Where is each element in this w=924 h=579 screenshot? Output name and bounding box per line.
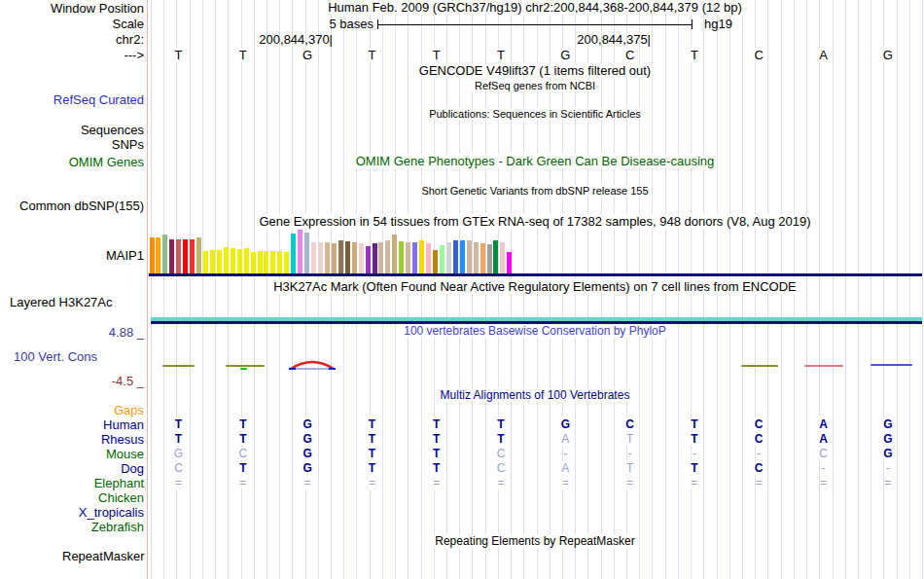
gtex-bar[interactable] bbox=[366, 246, 371, 273]
gtex-bar[interactable] bbox=[277, 251, 282, 273]
gtex-bar[interactable] bbox=[251, 252, 256, 273]
track-label-common-dbsnp[interactable]: Common dbSNP(155) bbox=[19, 199, 144, 212]
alignment-base: = bbox=[598, 477, 662, 489]
gtex-bar[interactable] bbox=[162, 235, 167, 273]
gencode-track-title[interactable]: GENCODE V49lift37 (1 items filtered out) bbox=[151, 64, 919, 77]
alignment-base: C bbox=[211, 448, 275, 460]
gtex-bar[interactable] bbox=[373, 243, 377, 273]
dbsnp-track-title[interactable]: Short Genetic Variants from dbSNP releas… bbox=[151, 185, 919, 198]
gtex-bar[interactable] bbox=[231, 248, 235, 273]
gtex-bar[interactable] bbox=[352, 242, 357, 273]
gtex-bar[interactable] bbox=[284, 252, 289, 273]
gtex-bar[interactable] bbox=[224, 247, 229, 273]
alignment-label-mouse[interactable]: Mouse bbox=[106, 448, 144, 460]
gtex-bar[interactable] bbox=[487, 244, 492, 273]
gtex-bar[interactable] bbox=[150, 237, 155, 273]
gtex-bar[interactable] bbox=[325, 242, 330, 273]
gtex-bar[interactable] bbox=[338, 240, 343, 273]
track-label-sequences[interactable]: Sequences bbox=[81, 124, 144, 136]
gtex-bar[interactable] bbox=[304, 233, 309, 273]
gtex-track-title[interactable]: Gene Expression in 54 tissues from GTEx … bbox=[151, 215, 919, 228]
alignment-base: = bbox=[147, 477, 211, 489]
gtex-bar[interactable] bbox=[196, 237, 201, 273]
alignment-base: T bbox=[339, 433, 404, 446]
alignment-label-rhesus[interactable]: Rhesus bbox=[101, 433, 144, 446]
gtex-bar[interactable] bbox=[399, 241, 404, 273]
track-label-repeatmasker[interactable]: RepeatMasker bbox=[62, 550, 145, 562]
alignment-base: C bbox=[469, 448, 533, 460]
gtex-bar[interactable] bbox=[291, 234, 296, 273]
assembly-label: hg19 bbox=[704, 18, 732, 30]
gtex-bar[interactable] bbox=[156, 237, 160, 273]
alignment-base: G bbox=[856, 418, 920, 431]
gtex-bar[interactable] bbox=[480, 243, 485, 273]
gtex-bar[interactable] bbox=[244, 248, 249, 273]
gtex-bar[interactable] bbox=[359, 243, 364, 273]
track-label-omim-genes[interactable]: OMIM Genes bbox=[69, 156, 144, 168]
gtex-bar[interactable] bbox=[412, 242, 417, 273]
gene-label-maip1[interactable]: MAIP1 bbox=[106, 249, 144, 262]
gtex-bar[interactable] bbox=[176, 239, 181, 273]
gtex-bar[interactable] bbox=[385, 240, 390, 273]
track-label-100-vert-cons[interactable]: 100 Vert. Cons bbox=[14, 350, 97, 363]
alignment-base: = bbox=[339, 477, 404, 489]
label-window-position: Window Position bbox=[51, 2, 144, 15]
gtex-bar[interactable] bbox=[378, 242, 383, 273]
gtex-bar[interactable] bbox=[433, 250, 438, 273]
track-label-layered-h3k27ac[interactable]: Layered H3K27Ac bbox=[10, 296, 113, 308]
alignment-label-x_tropicalis[interactable]: X_tropicalis bbox=[79, 506, 144, 519]
alignment-label-zebrafish[interactable]: Zebrafish bbox=[91, 521, 144, 533]
gtex-bar[interactable] bbox=[332, 243, 337, 273]
gtex-bar[interactable] bbox=[392, 235, 397, 273]
gtex-bar[interactable] bbox=[210, 250, 215, 273]
gtex-bar[interactable] bbox=[203, 251, 208, 273]
gtex-bar[interactable] bbox=[258, 251, 263, 273]
publications-track-title[interactable]: Publications: Sequences in Scientific Ar… bbox=[151, 108, 919, 121]
track-label-snps[interactable]: SNPs bbox=[112, 138, 144, 151]
phylop-track-title[interactable]: 100 vertebrates Basewise Conservation by… bbox=[151, 325, 919, 338]
repeatmasker-track-title[interactable]: Repeating Elements by RepeatMasker bbox=[151, 535, 919, 548]
alignment-base: A bbox=[792, 433, 856, 446]
gtex-bar[interactable] bbox=[500, 242, 505, 273]
gtex-bar[interactable] bbox=[474, 242, 479, 273]
maip1-gene-line[interactable] bbox=[149, 273, 922, 276]
alignment-label-elephant[interactable]: Elephant bbox=[94, 477, 144, 489]
gtex-bar[interactable] bbox=[419, 240, 424, 273]
gtex-bar[interactable] bbox=[406, 242, 410, 273]
alignment-label-human[interactable]: Human bbox=[103, 418, 144, 431]
gtex-bar[interactable] bbox=[311, 242, 316, 273]
gtex-bar[interactable] bbox=[270, 251, 275, 273]
multiz-track-title[interactable]: Multiz Alignments of 100 Vertebrates bbox=[151, 389, 919, 402]
h3k27ac-track-title[interactable]: H3K27Ac Mark (Often Found Near Active Re… bbox=[151, 280, 919, 293]
gtex-bar[interactable] bbox=[190, 239, 195, 273]
gtex-bar[interactable] bbox=[169, 239, 174, 273]
base-letter: T bbox=[147, 49, 211, 61]
alignment-base: G bbox=[275, 448, 339, 460]
gtex-bar[interactable] bbox=[318, 242, 323, 273]
conservation-mark bbox=[871, 364, 912, 366]
refseq-track-title[interactable]: RefSeq genes from NCBI bbox=[151, 80, 919, 92]
alignment-base: G bbox=[856, 448, 920, 460]
gtex-bar[interactable] bbox=[493, 240, 498, 273]
omim-track-title[interactable]: OMIM Gene Phenotypes - Dark Green Can Be… bbox=[151, 155, 919, 167]
gtex-bar[interactable] bbox=[440, 245, 444, 273]
gtex-bar[interactable] bbox=[467, 240, 472, 273]
gtex-bar[interactable] bbox=[298, 230, 302, 273]
gtex-bar[interactable] bbox=[217, 250, 222, 273]
track-label-refseq-curated[interactable]: RefSeq Curated bbox=[53, 93, 144, 106]
scale-bar bbox=[377, 24, 692, 25]
alignment-label-dog[interactable]: Dog bbox=[121, 462, 144, 475]
alignment-base: - bbox=[598, 448, 662, 460]
gtex-bar[interactable] bbox=[264, 251, 268, 273]
gtex-bar[interactable] bbox=[446, 242, 451, 273]
gtex-bar[interactable] bbox=[453, 240, 458, 273]
gtex-bar[interactable] bbox=[183, 239, 188, 273]
alignment-label-chicken[interactable]: Chicken bbox=[98, 491, 144, 504]
gtex-bar[interactable] bbox=[237, 249, 242, 273]
gtex-bar[interactable] bbox=[426, 243, 431, 273]
alignment-base: T bbox=[339, 418, 404, 431]
alignment-label-gaps[interactable]: Gaps bbox=[114, 404, 144, 416]
gtex-bar[interactable] bbox=[345, 241, 350, 273]
gtex-bar[interactable] bbox=[507, 252, 512, 273]
gtex-bar[interactable] bbox=[460, 240, 465, 273]
